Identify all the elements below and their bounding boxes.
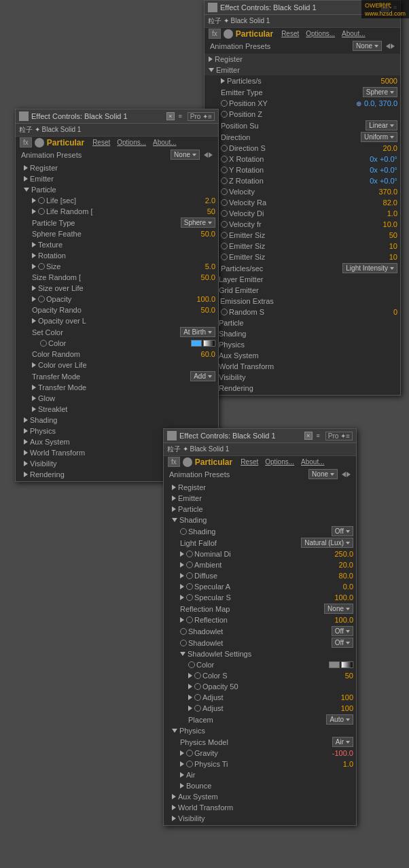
opacity-over-life-row[interactable]: Opacity over L	[16, 315, 218, 326]
streaklet-row[interactable]: Streaklet	[16, 404, 218, 415]
gravity-triangle[interactable]	[180, 750, 184, 756]
light-fallof-dropdown[interactable]: Natural (Lux)	[301, 538, 353, 548]
direction-s-value[interactable]: 20.0	[383, 144, 397, 152]
grid-emitter-row[interactable]: Grid Emitter	[204, 285, 400, 296]
physics-model-dropdown[interactable]: Air	[332, 737, 353, 747]
life-random-triangle[interactable]	[32, 209, 36, 214]
velocity-value[interactable]: 370.0	[378, 188, 397, 196]
world-transform-section-1[interactable]: World Transform	[204, 361, 400, 372]
panel-2-close[interactable]: ×	[166, 112, 175, 120]
emitter-siz3-stopwatch[interactable]	[221, 254, 228, 260]
visibility-section-1[interactable]: Visibility	[204, 372, 400, 383]
physics-ti-value[interactable]: 1.0	[343, 760, 353, 768]
random-s-stopwatch[interactable]	[221, 309, 228, 315]
register-section-1[interactable]: Register	[204, 54, 400, 65]
shadowlet-settings-section[interactable]: Shadowlet Settings	[164, 648, 356, 659]
options-btn-1[interactable]: Options...	[306, 30, 335, 37]
reflection-triangle[interactable]	[180, 617, 184, 623]
y-rotation-value[interactable]: 0x +0.0°	[370, 166, 397, 174]
life-triangle[interactable]	[32, 198, 36, 203]
air-row[interactable]: Air	[164, 769, 356, 780]
adjust1-triangle[interactable]	[188, 695, 192, 700]
opacity-triangle[interactable]	[32, 296, 36, 302]
sphere-feather-value[interactable]: 50.0	[201, 230, 215, 238]
color-s-triangle[interactable]	[188, 673, 192, 678]
shadowlet2-dropdown[interactable]: Off	[332, 638, 353, 648]
adjust2-stopwatch[interactable]	[194, 705, 201, 712]
placem-dropdown[interactable]: Auto	[326, 714, 353, 725]
velocity-fr-stopwatch[interactable]	[221, 221, 228, 228]
color-s-value[interactable]: 50	[345, 672, 353, 680]
transfer-mode-dropdown[interactable]: Add	[190, 371, 215, 381]
color-random-value[interactable]: 60.0	[201, 350, 215, 358]
nav-right-1[interactable]	[391, 44, 395, 49]
options-btn-3[interactable]: Options...	[265, 458, 294, 466]
opacity-random-value[interactable]: 50.0	[201, 306, 215, 314]
specular-s-stopwatch[interactable]	[186, 594, 193, 601]
reset-btn-3[interactable]: Reset	[241, 458, 258, 466]
reset-btn-2[interactable]: Reset	[92, 139, 110, 146]
adjust1-stopwatch[interactable]	[194, 694, 201, 701]
size-random-value[interactable]: 50.0	[201, 273, 215, 281]
reflection-stopwatch[interactable]	[186, 617, 193, 623]
pps-value[interactable]: 5000	[381, 77, 397, 85]
gravity-stopwatch[interactable]	[186, 750, 193, 757]
emitter-siz3-value[interactable]: 10	[389, 253, 397, 261]
world-transform-section-3[interactable]: World Transform	[164, 802, 356, 813]
particle-section-3[interactable]: Particle	[164, 504, 356, 515]
velocity-ra-value[interactable]: 82.0	[383, 198, 397, 207]
size-triangle[interactable]	[32, 264, 36, 269]
shading-section-3[interactable]: Shading	[164, 515, 356, 525]
adjust2-triangle[interactable]	[188, 706, 192, 711]
position-z-stopwatch[interactable]	[221, 111, 228, 118]
particle-section-1[interactable]: Particle	[204, 317, 400, 328]
opacity50-stopwatch[interactable]	[194, 683, 201, 690]
color-s-stopwatch[interactable]	[194, 672, 201, 679]
direction-s-stopwatch[interactable]	[221, 145, 228, 152]
color-over-life-row[interactable]: Color over Life	[16, 360, 218, 370]
opacity50-triangle[interactable]	[188, 684, 192, 689]
size-value[interactable]: 5.0	[205, 262, 215, 271]
shadowlet-color-stopwatch[interactable]	[188, 661, 195, 668]
panel-3-close[interactable]: ×	[304, 432, 313, 440]
emission-extras-row[interactable]: Emission Extras	[204, 296, 400, 307]
gravity-value[interactable]: -100.0	[332, 749, 353, 757]
shadowlet2-stopwatch[interactable]	[180, 640, 187, 646]
physics-section-1[interactable]: Physics	[204, 339, 400, 350]
emitter-siz1-value[interactable]: 50	[389, 231, 397, 239]
particle-type-dropdown[interactable]: Sphere	[181, 218, 215, 228]
panel-2-menu[interactable]: ≡	[179, 113, 182, 120]
opacity-stopwatch[interactable]	[38, 296, 45, 302]
rotation-row[interactable]: Rotation	[16, 250, 218, 261]
options-btn-2[interactable]: Options...	[117, 139, 146, 146]
velocity-di-stopwatch[interactable]	[221, 210, 228, 217]
physics-section-3[interactable]: Physics	[164, 725, 356, 736]
about-btn-1[interactable]: About...	[342, 30, 365, 37]
random-s-value[interactable]: 0	[393, 308, 397, 316]
about-btn-3[interactable]: About...	[301, 458, 324, 466]
diffuse-triangle[interactable]	[180, 573, 184, 578]
emitter-siz1-stopwatch[interactable]	[221, 232, 228, 239]
velocity-fr-value[interactable]: 10.0	[383, 220, 397, 228]
diffuse-stopwatch[interactable]	[186, 572, 193, 579]
emitter-type-dropdown[interactable]: Sphere	[363, 87, 397, 97]
nav-left-3[interactable]	[342, 472, 346, 477]
aux-system-section-1[interactable]: Aux System	[204, 350, 400, 361]
nominal-di-value[interactable]: 250.0	[334, 550, 353, 558]
anim-presets-dropdown-1[interactable]: None	[353, 41, 382, 51]
life-value[interactable]: 2.0	[205, 196, 215, 205]
nav-left-1[interactable]	[386, 44, 390, 49]
x-rotation-value[interactable]: 0x +0.0°	[370, 155, 397, 163]
rendering-section-1[interactable]: Rendering	[204, 383, 400, 394]
reflection-map-dropdown[interactable]: None	[324, 604, 353, 614]
shadowlet-color-swatch[interactable]	[329, 661, 340, 668]
size-over-life-row[interactable]: Size over Life	[16, 283, 218, 294]
layer-emitter-row[interactable]: Layer Emitter	[204, 274, 400, 285]
nav-right-3[interactable]	[346, 472, 351, 477]
register-section-2[interactable]: Register	[16, 162, 218, 173]
life-stopwatch[interactable]	[38, 197, 45, 204]
shadowlet1-stopwatch[interactable]	[180, 628, 187, 635]
life-random-stopwatch[interactable]	[38, 208, 45, 215]
adjust2-value[interactable]: 100	[341, 704, 353, 712]
shading-section-2[interactable]: Shading	[16, 415, 218, 426]
